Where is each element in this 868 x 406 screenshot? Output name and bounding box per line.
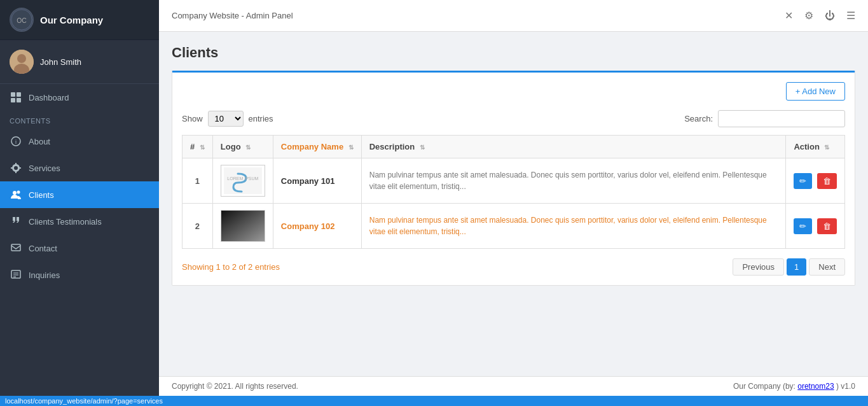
content-area: Clients + Add New Show 10 25 50 100	[159, 32, 868, 376]
showing-text: Showing 1 to 2 of 2 entries	[182, 262, 280, 272]
brand-name: Our Company	[40, 15, 103, 25]
main-layout: OC Our Company John Smith	[0, 0, 868, 396]
cell-company-name: Company 102	[273, 204, 361, 249]
svg-point-11	[13, 191, 17, 195]
col-header-action: Action ⇅	[786, 136, 845, 158]
search-input[interactable]	[718, 110, 845, 127]
sort-icon: ⇅	[245, 144, 251, 151]
show-entries: Show 10 25 50 100 entries	[182, 111, 273, 127]
footer: Copyright © 2021. All rights reserved. O…	[159, 376, 868, 396]
sidebar-item-label: Clients	[29, 190, 54, 200]
edit-button[interactable]: ✏	[794, 218, 812, 234]
sidebar-item-inquiries[interactable]: Inquiries	[0, 262, 159, 288]
next-button[interactable]: Next	[809, 258, 845, 276]
logout-icon[interactable]: ⏻	[825, 10, 835, 22]
info-icon: i	[10, 135, 22, 148]
delete-button[interactable]: 🗑	[817, 218, 837, 234]
svg-rect-18	[224, 167, 262, 194]
sidebar-item-label: Inquiries	[29, 270, 60, 280]
cell-action: ✏ 🗑	[786, 204, 845, 249]
brand-logo-icon: OC	[10, 8, 34, 32]
author-link[interactable]: oretnom23	[797, 382, 834, 391]
sidebar-item-label: Contact	[29, 244, 57, 253]
settings-icon[interactable]: ⚙	[804, 10, 813, 22]
users-icon	[10, 188, 22, 201]
sort-icon: ⇅	[348, 144, 354, 151]
sort-icon: ⇅	[824, 144, 829, 151]
table-row: 1 LOREM IPSUM	[183, 158, 845, 204]
cell-description: Nam pulvinar tempus ante sit amet malesu…	[361, 158, 786, 204]
sidebar-item-services[interactable]: Services	[0, 155, 159, 181]
cell-description: Nam pulvinar tempus ante sit amet malesu…	[361, 204, 786, 249]
sidebar-item-label: Dashboard	[29, 93, 69, 102]
sidebar-item-clients-testimonials[interactable]: Clients Testimonials	[0, 208, 159, 235]
header-icons: ✕ ⚙ ⏻ ☰	[785, 10, 855, 22]
sidebar-item-contact[interactable]: Contact	[0, 235, 159, 262]
pagination-controls: Previous 1 Next	[733, 258, 845, 276]
card-toolbar: + Add New	[182, 82, 845, 101]
inquiries-icon	[10, 269, 22, 281]
header-title: Company Website - Admin Panel	[172, 11, 785, 20]
col-header-description: Description ⇅	[361, 136, 786, 158]
sidebar-nav: Dashboard Contents i About	[0, 84, 159, 396]
svg-rect-5	[11, 92, 15, 97]
sidebar-item-about[interactable]: i About	[0, 128, 159, 155]
user-name: John Smith	[40, 57, 81, 67]
svg-text:i: i	[15, 139, 17, 145]
cell-logo: LOREM IPSUM LOREM IPSUM	[212, 158, 273, 204]
close-icon[interactable]: ✕	[785, 10, 793, 22]
show-label: Show	[182, 114, 203, 123]
cell-number: 1	[183, 158, 213, 204]
copyright-text: Copyright © 2021. All rights reserved.	[172, 382, 298, 391]
search-box: Search:	[684, 110, 845, 127]
svg-text:OC: OC	[17, 17, 27, 24]
svg-point-3	[17, 54, 26, 63]
app-wrapper: OC Our Company John Smith	[0, 0, 868, 406]
pagination-bar: Showing 1 to 2 of 2 entries Previous 1 N…	[182, 258, 845, 276]
sidebar-item-clients[interactable]: Clients	[0, 181, 159, 208]
page-title: Clients	[172, 45, 855, 61]
add-new-button[interactable]: + Add New	[786, 82, 845, 101]
table-row: 2 Company 102 Nam pulvinar tempus ante s…	[183, 204, 845, 249]
footer-right: Our Company (by: oretnom23 ) v1.0	[733, 382, 855, 391]
sidebar-item-label: Clients Testimonials	[29, 217, 102, 227]
cell-action: ✏ 🗑	[786, 158, 845, 204]
delete-button[interactable]: 🗑	[817, 173, 837, 189]
previous-button[interactable]: Previous	[733, 258, 784, 276]
svg-point-12	[17, 191, 20, 194]
status-bar: localhost/company_website/admin/?page=se…	[0, 396, 868, 406]
svg-rect-6	[17, 92, 21, 97]
cell-number: 2	[183, 204, 213, 249]
svg-rect-13	[11, 244, 20, 251]
menu-icon[interactable]: ☰	[846, 10, 855, 22]
cell-logo	[212, 204, 273, 249]
contact-icon	[10, 242, 22, 255]
entries-label: entries	[249, 114, 273, 123]
svg-rect-7	[11, 98, 15, 102]
logo-image-2	[221, 210, 265, 242]
sort-icon: ⇅	[200, 144, 205, 151]
logo-image-1: LOREM IPSUM LOREM IPSUM	[221, 165, 265, 197]
top-header: Company Website - Admin Panel ✕ ⚙ ⏻ ☰	[159, 0, 868, 32]
quote-icon	[10, 215, 22, 228]
col-header-logo: Logo ⇅	[212, 136, 273, 158]
sidebar-item-dashboard[interactable]: Dashboard	[0, 84, 159, 111]
cell-company-name: Company 101	[273, 158, 361, 204]
svg-rect-8	[17, 98, 21, 102]
data-table: # ⇅ Logo ⇅ Company Name ⇅	[182, 135, 845, 249]
dashboard-icon	[10, 91, 22, 104]
sidebar-user: John Smith	[0, 40, 159, 84]
avatar	[10, 50, 34, 74]
sidebar-section-label: Contents	[0, 111, 159, 128]
page-number[interactable]: 1	[787, 258, 806, 276]
sort-icon: ⇅	[420, 144, 425, 151]
search-label: Search:	[684, 114, 713, 123]
sidebar-brand: OC Our Company	[0, 0, 159, 40]
entries-select[interactable]: 10 25 50 100	[208, 111, 244, 127]
sidebar-item-label: Services	[29, 164, 60, 173]
col-header-number: # ⇅	[183, 136, 213, 158]
sidebar-item-label: About	[29, 137, 50, 146]
table-controls: Show 10 25 50 100 entries Search:	[182, 110, 845, 127]
edit-button[interactable]: ✏	[794, 173, 812, 189]
gear-icon	[10, 162, 22, 174]
